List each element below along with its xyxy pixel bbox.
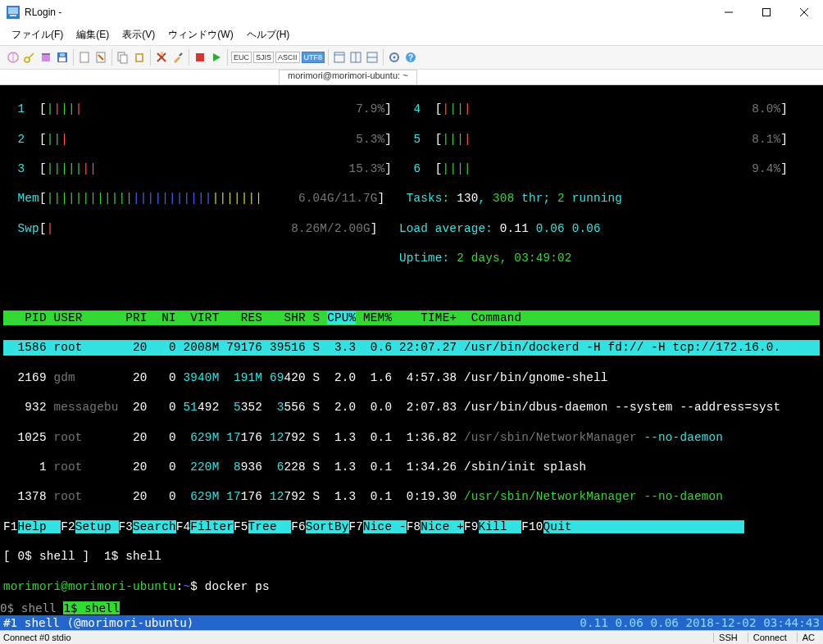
clear-icon[interactable] bbox=[153, 49, 170, 66]
svg-line-26 bbox=[180, 53, 182, 56]
mem-row: Mem[|||||||||||||||||||||||||||||| 6.04G… bbox=[3, 191, 820, 206]
menu-window[interactable]: ウィンドウ(W) bbox=[161, 26, 239, 43]
uptime-row: Uptime: 2 days, 03:49:02 bbox=[3, 251, 820, 265]
enc-ascii[interactable]: ASCII bbox=[275, 52, 300, 63]
svg-rect-29 bbox=[334, 52, 344, 62]
menu-edit[interactable]: 編集(E) bbox=[70, 26, 116, 43]
enc-euc[interactable]: EUC bbox=[231, 52, 252, 63]
svg-rect-25 bbox=[161, 52, 163, 56]
tmux-bottom: 0$ shell 1$ shell bbox=[0, 601, 823, 615]
swp-row: Swp[| 8.26M/2.00G] Load average: 0.11 0.… bbox=[3, 221, 820, 236]
prompt-line: morimori@morimori-ubuntu:~$ docker ps bbox=[3, 579, 820, 594]
htop-row[interactable]: 1025 root 20 0 629M 17176 12792 S 1.3 0.… bbox=[3, 430, 820, 445]
svg-point-36 bbox=[393, 57, 396, 59]
tabbar: morimori@morimori-ubuntu: ~ bbox=[0, 70, 823, 85]
tmux-status: [ 0$ shell ] 1$ shell bbox=[3, 549, 820, 564]
svg-text:?: ? bbox=[408, 53, 413, 62]
htop-row[interactable]: 932 messagebu 20 0 51492 5352 3556 S 2.0… bbox=[3, 400, 820, 415]
htop-row-selected[interactable]: 1586 root 20 0 2008M 79176 39516 S 3.3 0… bbox=[3, 340, 820, 355]
menu-view[interactable]: 表示(V) bbox=[116, 26, 161, 43]
maximize-button[interactable] bbox=[748, 0, 785, 25]
svg-rect-20 bbox=[120, 55, 127, 63]
svg-rect-4 bbox=[763, 9, 771, 16]
paste-icon[interactable] bbox=[131, 49, 148, 66]
svg-line-10 bbox=[29, 53, 34, 58]
menubar: ファイル(F) 編集(E) 表示(V) ウィンドウ(W) ヘルプ(H) bbox=[0, 25, 823, 45]
svg-rect-2 bbox=[10, 15, 16, 16]
key-icon[interactable] bbox=[21, 49, 38, 66]
help-icon[interactable]: ? bbox=[402, 49, 419, 66]
svg-rect-16 bbox=[80, 52, 89, 62]
play-icon[interactable] bbox=[208, 49, 225, 66]
app-window: RLogin - ファイル(F) 編集(E) 表示(V) ウィンドウ(W) ヘル… bbox=[0, 0, 823, 644]
svg-rect-15 bbox=[60, 53, 65, 57]
cpu-row-1: 1 [||||| 7.9%] 4 [|||| 8.0%] bbox=[3, 102, 820, 116]
htop-footer: F1Help F2Setup F3SearchF4FilterF5Tree F6… bbox=[3, 519, 820, 534]
book-icon[interactable] bbox=[38, 49, 54, 66]
new-doc-icon[interactable] bbox=[76, 49, 93, 66]
htop-row[interactable]: 2169 gdm 20 0 3940M 191M 69420 S 2.0 1.6… bbox=[3, 370, 820, 385]
terminal[interactable]: 1 [||||| 7.9%] 4 [|||| 8.0%] 2 [||| 5.3%… bbox=[0, 85, 823, 601]
brush-icon[interactable] bbox=[170, 49, 186, 66]
menu-help[interactable]: ヘルプ(H) bbox=[240, 26, 297, 43]
svg-rect-27 bbox=[196, 53, 204, 61]
connect-icon[interactable] bbox=[5, 49, 21, 66]
conn-status: Connect #0 stdio bbox=[3, 633, 708, 642]
ac-indicator: AC bbox=[797, 633, 820, 642]
enc-utf8[interactable]: UTF8 bbox=[302, 52, 325, 63]
minimize-button[interactable] bbox=[710, 0, 748, 25]
enc-sjis[interactable]: SJIS bbox=[253, 52, 274, 63]
edit-doc-icon[interactable] bbox=[93, 49, 109, 66]
titlebar: RLogin - bbox=[0, 0, 823, 25]
app-statusbar: Connect #0 stdio SSH Connect AC bbox=[0, 630, 823, 644]
svg-rect-14 bbox=[59, 57, 66, 61]
session-tab[interactable]: morimori@morimori-ubuntu: ~ bbox=[279, 70, 417, 84]
status-left: #1 shell (@morimori-ubuntu) bbox=[0, 615, 576, 630]
toolbar: EUC SJIS ASCII UTF8 ? bbox=[0, 45, 823, 70]
cpu-row-2: 2 [||| 5.3%] 5 [|||| 8.1%] bbox=[3, 132, 820, 147]
svg-rect-1 bbox=[8, 7, 18, 14]
htop-header: PID USER PRI NI VIRT RES SHR S CPU% MEM%… bbox=[3, 311, 820, 325]
menu-file[interactable]: ファイル(F) bbox=[5, 26, 70, 43]
window-title: RLogin - bbox=[25, 7, 710, 18]
htop-row[interactable]: 1378 root 20 0 629M 17176 12792 S 1.3 0.… bbox=[3, 489, 820, 504]
stop-icon[interactable] bbox=[192, 49, 208, 66]
copy-icon[interactable] bbox=[115, 49, 131, 66]
save-icon[interactable] bbox=[54, 49, 70, 66]
app-icon bbox=[7, 6, 20, 19]
settings-icon[interactable] bbox=[386, 49, 402, 66]
ssh-indicator: SSH bbox=[713, 633, 743, 642]
layout1-icon[interactable] bbox=[331, 49, 348, 66]
status-right: 0.11 0.06 0.06 2018-12-02 03:44:43 bbox=[576, 615, 823, 630]
connect-indicator: Connect bbox=[748, 633, 792, 642]
svg-rect-12 bbox=[42, 53, 50, 55]
htop-row[interactable]: 1 root 20 0 220M 8936 6228 S 1.3 0.1 1:3… bbox=[3, 460, 820, 474]
layout3-icon[interactable] bbox=[364, 49, 380, 66]
layout2-icon[interactable] bbox=[348, 49, 364, 66]
shell-status: #1 shell (@morimori-ubuntu) 0.11 0.06 0.… bbox=[0, 615, 823, 630]
svg-marker-28 bbox=[213, 53, 221, 61]
close-button[interactable] bbox=[785, 0, 823, 25]
svg-rect-22 bbox=[137, 55, 142, 61]
cpu-row-3: 3 [||||||| 15.3%] 6 [|||| 9.4%] bbox=[3, 161, 820, 176]
